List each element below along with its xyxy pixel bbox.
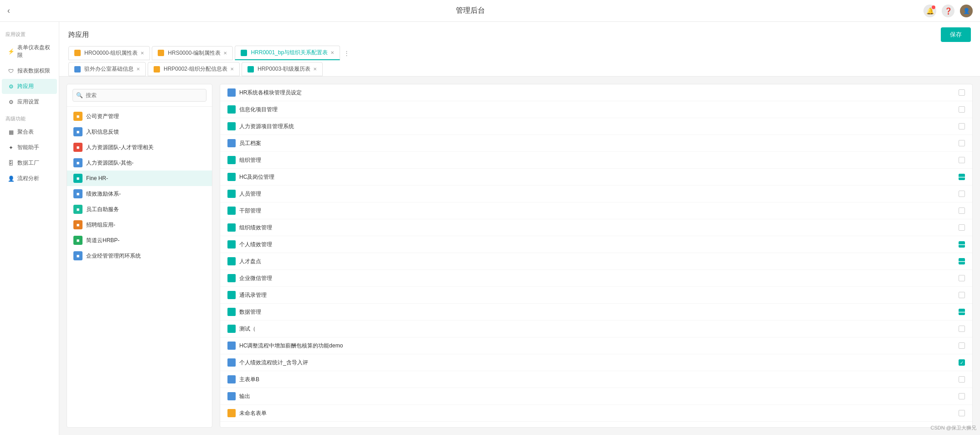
right-list-item[interactable]: 个人绩效流程统计_含导入评 ✓ [220,354,972,371]
list-item[interactable]: ■ 企业经管管理闭环系统 [67,248,212,264]
checkbox[interactable] [959,207,965,214]
content-area: 🔍 ■ 公司资产管理 ■ 入职信息反馈 ■ 人力资源团队-人 [59,77,980,435]
tab-close-icon[interactable]: ✕ [313,67,317,72]
checkbox-minus[interactable]: — [959,174,965,180]
save-button[interactable]: 保存 [941,27,971,42]
checkbox[interactable] [959,292,965,298]
item-icon: ■ [73,158,83,167]
right-item-label: 数据管理 [239,308,959,316]
checkbox[interactable] [959,191,965,197]
right-list-item[interactable]: HC调整流程中增加薪酬包核算的功能demo [220,337,972,354]
avatar-icon[interactable]: 👤 [960,5,973,17]
folder-icon [227,240,236,249]
right-item-label: 测试（ [239,325,959,333]
tab-label: HRP0003-职级履历表 [258,65,310,73]
tab-hro0000[interactable]: HRO0000-组织属性表 ✕ [68,46,150,60]
checkbox[interactable] [959,393,965,399]
list-item[interactable]: ■ 简道云HRBP- [67,233,212,248]
sidebar-item-aggregation[interactable]: ▦ 聚合表 [2,124,57,140]
sidebar-item-ai-assistant[interactable]: ✦ 智能助手 [2,140,57,155]
list-item-label: 入职信息反馈 [86,128,119,136]
tab-close-icon[interactable]: ✕ [230,67,234,72]
checkbox[interactable] [959,342,965,349]
right-list-item[interactable]: 主表单B [220,371,972,388]
right-list-item[interactable]: HC及岗位管理 — [220,169,972,186]
sidebar-item-form-dashboard[interactable]: ⚡ 表单仪表盘权限 [2,40,57,63]
sidebar-item-report-data[interactable]: 🛡 报表数据权限 [2,63,57,78]
tab-icon [158,50,164,56]
folder-orange-icon [227,409,236,417]
tab-close-icon[interactable]: ✕ [136,67,140,72]
list-item[interactable]: ■ 公司资产管理 [67,109,212,124]
tab-office-info[interactable]: 驻外办公室基础信息 ✕ [68,62,146,76]
folder-icon [227,207,236,215]
search-wrapper: 🔍 [72,89,206,102]
tab-hrp0003[interactable]: HRP0003-职级履历表 ✕ [242,62,323,76]
tab-close-icon[interactable]: ✕ [330,50,334,55]
sidebar-section2-label: 高级功能 [0,110,59,124]
right-list-item[interactable]: 测试（ [220,321,972,337]
right-list-item[interactable]: 人员管理 [220,186,972,202]
right-item-label: 通讯录管理 [239,291,959,299]
right-list-item[interactable]: 未命名表单 [220,405,972,422]
help-icon[interactable]: ❓ [942,5,954,17]
tab-icon [74,66,81,72]
list-item[interactable]: ■ 员工自助服务 [67,202,212,217]
right-list-item[interactable]: 企业微信管理 [220,270,972,287]
right-list-item[interactable]: 个人绩效管理 — [220,236,972,253]
checkbox[interactable] [959,140,965,146]
checkbox[interactable] [959,326,965,332]
tabs-scroll-btn[interactable]: ⋮ [342,48,351,57]
tab-hrs0000[interactable]: HRS0000-编制属性表 ✕ [152,46,233,60]
tab-close-icon[interactable]: ✕ [223,51,227,56]
right-list-item[interactable]: 信息化项目管理 [220,101,972,118]
folder-icon [227,291,236,299]
checkbox[interactable] [959,157,965,163]
tab-hrp0002[interactable]: HRP0002-组织分配信息表 ✕ [148,62,240,76]
checkbox[interactable] [959,376,965,383]
right-list-item[interactable]: 通讯录管理 [220,287,972,304]
checkbox-minus[interactable]: — [959,258,965,264]
checkbox[interactable] [959,89,965,96]
right-list-item[interactable]: 输出 [220,388,972,405]
list-item-label: Fine HR- [86,175,108,181]
right-list-item[interactable]: 干部管理 [220,202,972,219]
list-item[interactable]: ■ 人力资源团队-人才管理相关 [67,140,212,155]
checkbox[interactable] [959,410,965,416]
list-item-label: 简道云HRBP- [86,237,119,244]
checkbox[interactable] [959,275,965,281]
right-list-item[interactable]: 数据管理 — [220,304,972,321]
right-list-item[interactable]: 员工档案 [220,135,972,152]
right-list-item[interactable]: 组织管理 [220,152,972,169]
tab-close-icon[interactable]: ✕ [140,51,144,56]
back-button[interactable]: ‹ [7,6,10,16]
list-item[interactable]: ■ 人力资源团队-其他- [67,155,212,171]
folder-icon [227,257,236,265]
tab-hrr0001[interactable]: HRR0001_bp与组织关系配置表 ✕ [235,46,340,60]
sidebar-item-data-factory[interactable]: 🗄 数据工厂 [2,155,57,171]
list-item[interactable]: ■ Fine HR- [67,171,212,186]
sidebar: 应用设置 ⚡ 表单仪表盘权限 🛡 报表数据权限 ⚙ 跨应用 ⚙ 应用设置 高级功… [0,22,59,435]
checkbox-minus[interactable]: — [959,309,965,315]
right-list-item[interactable]: 人才盘点 — [220,253,972,270]
right-list-item[interactable]: HR系统各模块管理员设定 [220,84,972,101]
right-list-item[interactable]: 组织绩效管理 [220,219,972,236]
list-item[interactable]: ■ 绩效激励体系- [67,186,212,202]
notification-icon[interactable]: 🔔 [923,5,936,17]
checkbox[interactable] [959,224,965,231]
checkbox-checked[interactable]: ✓ [959,359,965,366]
sidebar-section1-label: 应用设置 [0,26,59,40]
right-list-item[interactable]: 人力资源项目管理系统 [220,118,972,135]
list-item[interactable]: ■ 入职信息反馈 [67,124,212,140]
sidebar-item-app-settings[interactable]: ⚙ 应用设置 [2,94,57,109]
sidebar-item-flow-analysis[interactable]: 👤 流程分析 [2,171,57,186]
list-item-label: 人力资源团队-其他- [86,159,134,167]
checkbox-minus[interactable]: — [959,241,965,248]
list-item-label: 公司资产管理 [86,113,119,120]
list-item[interactable]: ■ 招聘组应用- [67,217,212,233]
sidebar-item-app-management[interactable]: ⚙ 跨应用 [2,79,57,94]
search-input[interactable] [72,89,206,102]
checkbox[interactable] [959,123,965,129]
tab-label: HRS0000-编制属性表 [168,49,221,57]
checkbox[interactable] [959,106,965,113]
